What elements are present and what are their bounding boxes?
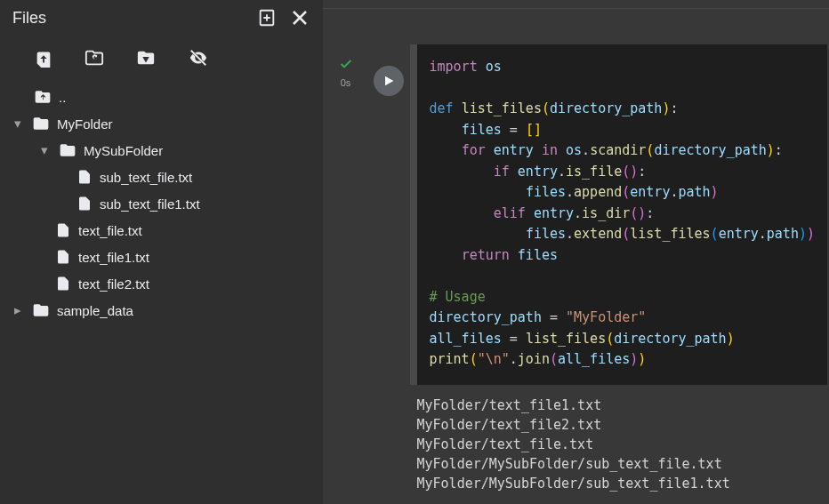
hide-icon[interactable]	[187, 48, 210, 68]
sidebar-header: Files	[0, 0, 323, 37]
output-line: MyFolder/text_file1.txt	[417, 397, 602, 413]
cell-gutter: 0s	[323, 44, 369, 385]
tree-file[interactable]: text_file1.txt	[11, 244, 314, 270]
cell-output-wrap: MyFolder/text_file1.txt MyFolder/text_fi…	[323, 385, 828, 493]
sidebar-toolbar	[0, 37, 323, 84]
output-line: MyFolder/text_file2.txt	[417, 417, 602, 433]
new-file-icon[interactable]	[257, 8, 277, 28]
tree-label: ..	[59, 90, 66, 105]
chevron-down-icon[interactable]: ▾	[11, 116, 25, 132]
tree-file[interactable]: text_file.txt	[11, 217, 314, 244]
check-icon	[339, 57, 353, 74]
files-sidebar: Files ..	[0, 0, 323, 504]
chevron-right-icon[interactable]: ▸	[11, 302, 25, 318]
file-tree: .. ▾ MyFolder ▾ MySubFolder sub_text_fil…	[0, 84, 323, 324]
file-icon	[55, 222, 71, 238]
mount-drive-icon[interactable]	[135, 48, 157, 68]
tree-file[interactable]: sub_text_file.txt	[11, 164, 314, 190]
main-editor: 0s import os def list_files(directory_pa…	[323, 0, 830, 504]
chevron-down-icon[interactable]: ▾	[37, 142, 52, 158]
close-icon[interactable]	[289, 7, 310, 28]
tree-label: MySubFolder	[84, 143, 163, 158]
run-button[interactable]	[374, 66, 404, 96]
insert-toolbar	[323, 0, 830, 9]
folder-icon	[59, 141, 76, 159]
file-icon	[76, 196, 93, 212]
code-editor[interactable]: import os def list_files(directory_path)…	[417, 44, 828, 385]
tree-file[interactable]: sub_text_file1.txt	[11, 190, 314, 217]
tree-label: MyFolder	[57, 116, 113, 132]
tree-label: sub_text_file1.txt	[100, 196, 200, 212]
code-cell: 0s import os def list_files(directory_pa…	[323, 9, 830, 385]
tree-file[interactable]: text_file2.txt	[11, 270, 314, 297]
output-line: MyFolder/MySubFolder/sub_text_file1.txt	[417, 476, 730, 492]
tree-label: sub_text_file.txt	[100, 170, 192, 185]
folder-icon	[32, 115, 50, 132]
file-icon	[55, 249, 71, 265]
svg-marker-3	[385, 76, 393, 86]
output-line: MyFolder/MySubFolder/sub_text_file.txt	[417, 456, 722, 472]
sidebar-title: Files	[12, 9, 257, 28]
tree-folder-mysubfolder[interactable]: ▾ MySubFolder	[11, 137, 314, 164]
upload-icon[interactable]	[34, 48, 53, 68]
exec-time: 0s	[341, 77, 351, 88]
tree-label: text_file2.txt	[78, 276, 149, 292]
tree-label: sample_data	[57, 303, 133, 318]
folder-up-icon	[34, 88, 52, 106]
folder-icon	[32, 301, 50, 319]
tree-folder-sampledata[interactable]: ▸ sample_data	[11, 297, 314, 324]
file-icon	[76, 169, 93, 185]
tree-folder-myfolder[interactable]: ▾ MyFolder	[11, 110, 314, 137]
tree-label: text_file.txt	[78, 223, 142, 238]
tree-up[interactable]: ..	[11, 84, 314, 110]
refresh-folder-icon[interactable]	[84, 48, 105, 68]
output-line: MyFolder/text_file.txt	[417, 436, 594, 452]
cell-output: MyFolder/text_file1.txt MyFolder/text_fi…	[417, 385, 730, 493]
file-icon	[55, 276, 71, 292]
tree-label: text_file1.txt	[78, 250, 149, 265]
sidebar-header-actions	[257, 7, 310, 28]
